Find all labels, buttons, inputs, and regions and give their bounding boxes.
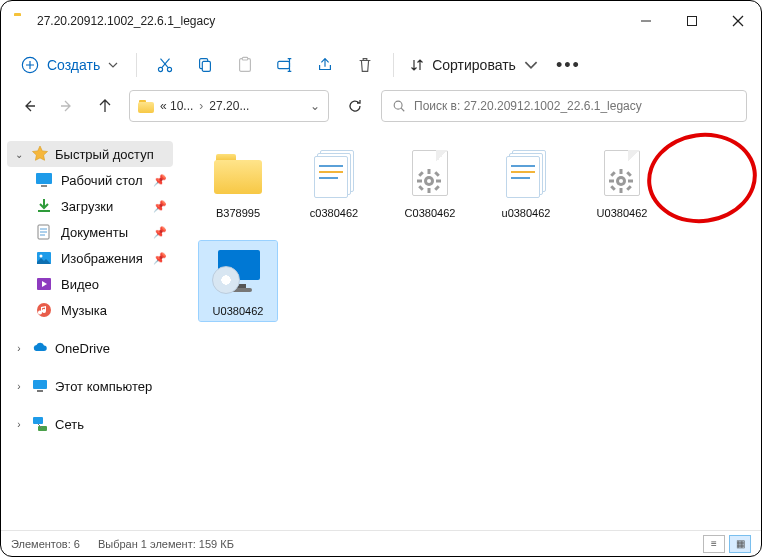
rename-button[interactable]: [265, 45, 305, 85]
file-view[interactable]: B378995 c0380462 C0380462 u0380462 U0380…: [179, 129, 761, 530]
share-icon: [316, 56, 334, 74]
sort-button[interactable]: Сортировать: [402, 51, 546, 79]
cloud-icon: [31, 339, 49, 357]
svg-line-9: [162, 59, 170, 68]
new-button[interactable]: Создать: [11, 50, 128, 80]
sort-label: Сортировать: [432, 57, 516, 73]
sidebar-item-videos[interactable]: Видео: [7, 271, 173, 297]
file-label: c0380462: [310, 207, 358, 219]
sidebar-item-documents[interactable]: Документы 📌: [7, 219, 173, 245]
chevron-right-icon: ›: [13, 419, 25, 430]
sidebar-item-label: Этот компьютер: [55, 379, 152, 394]
sidebar-network[interactable]: › Сеть: [7, 411, 173, 437]
svg-rect-55: [626, 171, 632, 177]
sidebar-item-label: Быстрый доступ: [55, 147, 154, 162]
desktop-icon: [35, 171, 53, 189]
file-item[interactable]: B378995: [199, 143, 277, 223]
title-bar: 27.20.20912.1002_22.6.1_legacy: [1, 1, 761, 41]
close-button[interactable]: [715, 1, 761, 41]
svg-rect-48: [620, 169, 623, 174]
svg-rect-54: [610, 185, 616, 191]
folder-icon: [138, 100, 154, 113]
explorer-window: 27.20.20912.1002_22.6.1_legacy Создать: [0, 0, 762, 557]
sidebar-item-label: Документы: [61, 225, 128, 240]
scissors-icon: [156, 56, 174, 74]
paste-button[interactable]: [225, 45, 265, 85]
icons-view-button[interactable]: ▦: [729, 535, 751, 553]
pin-icon: 📌: [153, 174, 167, 187]
svg-rect-33: [37, 390, 43, 392]
sidebar-item-music[interactable]: Музыка: [7, 297, 173, 323]
star-icon: [31, 145, 49, 163]
svg-rect-21: [36, 173, 52, 184]
separator: [136, 53, 137, 77]
sidebar-item-label: Рабочий стол: [61, 173, 143, 188]
cut-button[interactable]: [145, 45, 185, 85]
trash-icon: [356, 56, 374, 74]
svg-rect-12: [203, 61, 211, 71]
forward-button[interactable]: [53, 92, 81, 120]
svg-point-29: [40, 255, 43, 258]
sidebar-item-desktop[interactable]: Рабочий стол 📌: [7, 167, 173, 193]
file-item[interactable]: u0380462: [487, 143, 565, 223]
svg-point-7: [159, 67, 163, 71]
chevron-down-icon: [108, 60, 118, 70]
sidebar-item-downloads[interactable]: Загрузки 📌: [7, 193, 173, 219]
refresh-icon: [347, 98, 363, 114]
sidebar-this-pc[interactable]: › Этот компьютер: [7, 373, 173, 399]
installer-icon: [212, 250, 264, 294]
more-button[interactable]: •••: [546, 55, 591, 76]
share-button[interactable]: [305, 45, 345, 85]
breadcrumb-parent[interactable]: « 10...: [160, 99, 193, 113]
file-item[interactable]: U0380462: [583, 143, 661, 223]
file-item[interactable]: U0380462: [199, 241, 277, 321]
minimize-button[interactable]: [623, 1, 669, 41]
status-bar: Элементов: 6 Выбран 1 элемент: 159 КБ ≡ …: [1, 530, 761, 556]
svg-point-19: [394, 101, 402, 109]
rename-icon: [276, 56, 294, 74]
svg-rect-22: [41, 185, 47, 187]
address-bar[interactable]: « 10... › 27.20... ⌄: [129, 90, 329, 122]
breadcrumb-current[interactable]: 27.20...: [209, 99, 249, 113]
pin-icon: 📌: [153, 226, 167, 239]
video-icon: [35, 275, 53, 293]
copy-icon: [196, 56, 214, 74]
settings-file-icon: [408, 150, 452, 198]
sidebar-item-pictures[interactable]: Изображения 📌: [7, 245, 173, 271]
sort-icon: [410, 58, 424, 72]
window-controls: [623, 1, 761, 41]
up-button[interactable]: [91, 92, 119, 120]
chevron-right-icon: ›: [199, 99, 203, 113]
window-title: 27.20.20912.1002_22.6.1_legacy: [37, 14, 623, 28]
sidebar-quick-access[interactable]: ⌄ Быстрый доступ: [7, 141, 173, 167]
svg-rect-50: [609, 180, 614, 183]
svg-rect-14: [243, 57, 248, 60]
file-item[interactable]: C0380462: [391, 143, 469, 223]
search-input[interactable]: [414, 99, 736, 113]
sidebar-item-label: OneDrive: [55, 341, 110, 356]
settings-file-icon: [600, 150, 644, 198]
search-box[interactable]: [381, 90, 747, 122]
selection-status: Выбран 1 элемент: 159 КБ: [98, 538, 234, 550]
sidebar-item-label: Изображения: [61, 251, 143, 266]
svg-rect-51: [628, 180, 633, 183]
file-item[interactable]: c0380462: [295, 143, 373, 223]
sidebar-onedrive[interactable]: › OneDrive: [7, 335, 173, 361]
maximize-button[interactable]: [669, 1, 715, 41]
config-file-icon: [504, 150, 548, 198]
copy-button[interactable]: [185, 45, 225, 85]
details-view-button[interactable]: ≡: [703, 535, 725, 553]
new-label: Создать: [47, 57, 100, 73]
svg-rect-42: [418, 171, 424, 177]
svg-rect-49: [620, 188, 623, 193]
svg-rect-40: [417, 180, 422, 183]
file-label: C0380462: [405, 207, 456, 219]
refresh-button[interactable]: [339, 98, 371, 114]
sidebar-item-label: Музыка: [61, 303, 107, 318]
separator: [393, 53, 394, 77]
document-icon: [35, 223, 53, 241]
view-toggle: ≡ ▦: [703, 535, 751, 553]
delete-button[interactable]: [345, 45, 385, 85]
chevron-down-icon[interactable]: ⌄: [310, 99, 320, 113]
back-button[interactable]: [15, 92, 43, 120]
